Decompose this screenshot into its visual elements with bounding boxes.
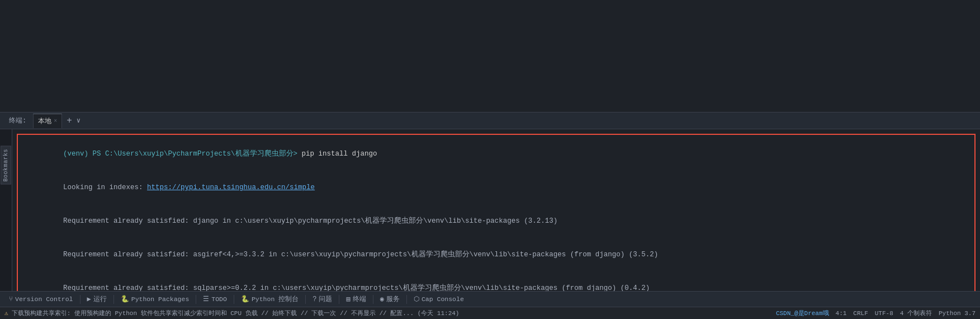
version-control-icon: ⑂ [9, 295, 13, 303]
line2-text: Looking in indexes: [63, 184, 147, 191]
bookmarks-label: Bookmarks [1, 146, 11, 185]
csdn-label: CSDN_@是Dream哦 [776, 309, 829, 317]
encoding: UTF-8 [875, 310, 893, 317]
status-bar-right: CSDN_@是Dream哦 4:1 CRLF UTF-8 4 个制表符 Pyth… [776, 309, 976, 317]
version-control-label: Version Control [15, 295, 73, 303]
terminal-panel: 终端: 本地 × + ∨ Bookmarks (venv) PS C:\User… [0, 112, 980, 291]
toolbar-problems[interactable]: ? 问题 [308, 294, 337, 304]
terminal-label: 终端 [353, 295, 366, 303]
indent: 4 个制表符 [900, 309, 932, 317]
todo-label: TODO [211, 295, 227, 303]
toolbar-sep-2 [113, 295, 114, 304]
terminal-add-button[interactable]: + [64, 116, 74, 126]
terminal-line-5: Requirement already satisfied: sqlparse>… [21, 271, 971, 291]
terminal-icon: ▤ [346, 295, 350, 303]
toolbar-python-console[interactable]: 🐍 Python 控制台 [236, 294, 303, 304]
line5-text: Requirement already satisfied: sqlparse>… [63, 284, 650, 291]
status-bar: ⚠ 下载预构建共享索引: 使用预构建的 Python 软件包共享索引减少索引时间… [0, 307, 980, 319]
run-icon: ▶ [87, 295, 91, 303]
status-bar-text: 下载预构建共享索引: 使用预构建的 Python 软件包共享索引减少索引时间和 … [12, 309, 460, 317]
terminal-section-label: 终端: [4, 114, 31, 128]
terminal-line-1: (venv) PS C:\Users\xuyip\PycharmProjects… [21, 137, 971, 171]
toolbar-sep-7 [373, 295, 373, 304]
toolbar-sep-4 [234, 295, 234, 304]
problems-label: 问题 [319, 295, 332, 303]
python-version: Python 3.7 [939, 310, 976, 317]
python-console-icon: 🐍 [241, 295, 249, 303]
services-icon: ◉ [380, 295, 384, 303]
terminal-content[interactable]: (venv) PS C:\Users\xuyip\PycharmProjects… [12, 129, 980, 291]
run-label: 运行 [93, 295, 107, 303]
terminal-label-text: 终端: [9, 116, 26, 125]
python-packages-icon: 🐍 [121, 295, 129, 303]
terminal-line-2: Looking in indexes: https://pypi.tuna.ts… [21, 171, 971, 204]
toolbar-sep-8 [406, 295, 407, 304]
toolbar-sep-1 [80, 295, 81, 304]
toolbar-python-packages[interactable]: 🐍 Python Packages [116, 294, 194, 304]
terminal-output-box: (venv) PS C:\Users\xuyip\PycharmProjects… [17, 134, 976, 291]
toolbar-cap-console[interactable]: ⬡ Cap Console [409, 294, 468, 304]
toolbar-terminal[interactable]: ▤ 终端 [342, 294, 370, 304]
editor-area [0, 0, 980, 112]
toolbar-run[interactable]: ▶ 运行 [83, 294, 111, 304]
line4-text: Requirement already satisfied: asgiref<4… [63, 251, 658, 259]
pypi-link[interactable]: https://pypi.tuna.tsinghua.edu.cn/simple [147, 184, 315, 191]
problems-icon: ? [313, 295, 316, 303]
terminal-tab-name: 本地 [38, 116, 51, 126]
cap-console-icon: ⬡ [414, 295, 419, 303]
toolbar-sep-5 [305, 295, 306, 304]
terminal-tabs-bar: 终端: 本地 × + ∨ [0, 112, 980, 129]
bookmarks-sidebar: Bookmarks [0, 129, 12, 291]
terminal-wrapper: Bookmarks (venv) PS C:\Users\xuyip\Pycha… [0, 129, 980, 291]
terminal-chevron-icon[interactable]: ∨ [77, 116, 81, 125]
python-console-label: Python 控制台 [252, 295, 299, 303]
line3-text: Requirement already satisfied: django in… [63, 217, 557, 225]
services-label: 服务 [386, 295, 400, 303]
toolbar-version-control[interactable]: ⑂ Version Control [4, 294, 78, 304]
toolbar-todo[interactable]: ☰ TODO [198, 294, 231, 304]
cmd-1: pip install django [297, 150, 377, 158]
terminal-tab-close-icon[interactable]: × [54, 118, 57, 124]
todo-icon: ☰ [203, 295, 209, 303]
toolbar-sep-6 [339, 295, 339, 304]
cursor-position: 4:1 [836, 310, 847, 317]
python-packages-label: Python Packages [131, 295, 190, 303]
line-ending: CRLF [853, 310, 868, 317]
cap-console-label: Cap Console [422, 295, 464, 303]
toolbar-services[interactable]: ◉ 服务 [376, 294, 404, 304]
terminal-line-4: Requirement already satisfied: asgiref<4… [21, 238, 971, 271]
warning-icon: ⚠ [4, 309, 8, 317]
bottom-toolbar: ⑂ Version Control ▶ 运行 🐍 Python Packages… [0, 291, 980, 307]
toolbar-sep-3 [196, 295, 196, 304]
status-bar-left: ⚠ 下载预构建共享索引: 使用预构建的 Python 软件包共享索引减少索引时间… [4, 309, 776, 317]
prompt-1: (venv) PS C:\Users\xuyip\PycharmProjects… [63, 150, 297, 158]
terminal-tab-local[interactable]: 本地 × [33, 114, 62, 128]
terminal-line-3: Requirement already satisfied: django in… [21, 204, 971, 238]
